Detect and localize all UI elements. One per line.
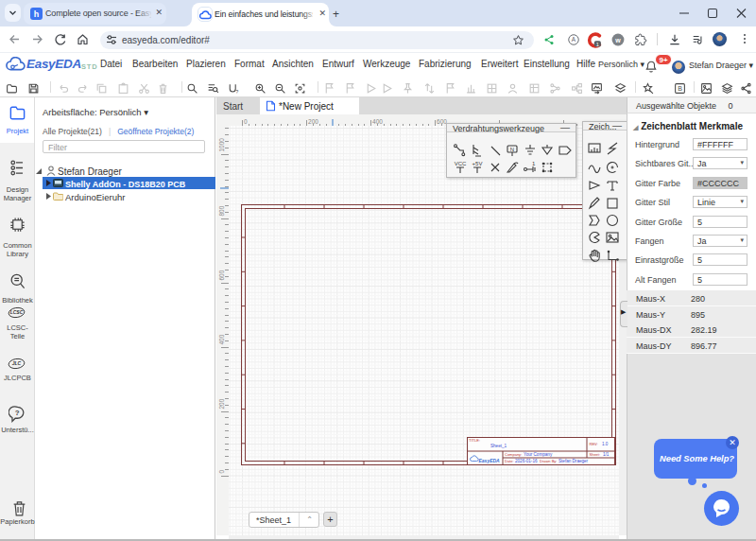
- svg-text:B: B: [678, 85, 682, 92]
- svg-text:h: h: [34, 9, 40, 19]
- svg-text:Date:: Date:: [505, 459, 514, 463]
- svg-text:800: 800: [218, 205, 225, 216]
- svg-text:600: 600: [218, 270, 225, 280]
- svg-text:TITLE:: TITLE:: [469, 438, 480, 443]
- svg-text:JLC: JLC: [12, 360, 22, 366]
- svg-text:Sheet:: Sheet:: [590, 452, 601, 457]
- svg-text:200: 200: [218, 398, 225, 409]
- svg-text:Stefan Draeger: Stefan Draeger: [558, 459, 589, 463]
- svg-text:?: ?: [235, 89, 238, 95]
- svg-text:REV:: REV:: [590, 442, 598, 446]
- svg-text:A: A: [572, 36, 576, 43]
- svg-text:400: 400: [218, 334, 225, 344]
- svg-text:0: 0: [218, 470, 225, 474]
- svg-text:?: ?: [15, 409, 20, 417]
- svg-text:VCC: VCC: [454, 161, 466, 166]
- svg-text:1: 1: [596, 42, 599, 47]
- svg-text:1/1: 1/1: [603, 452, 610, 457]
- svg-text:1000: 1000: [218, 138, 225, 152]
- svg-text:Company:: Company:: [505, 452, 522, 457]
- svg-text:N: N: [510, 147, 514, 152]
- svg-text:400: 400: [372, 118, 383, 125]
- svg-text:1: 1: [532, 161, 536, 166]
- svg-text:2026-01-16: 2026-01-16: [515, 459, 538, 463]
- svg-text:EasyEDA: EasyEDA: [479, 458, 501, 463]
- svg-text:LCSC: LCSC: [10, 309, 24, 315]
- svg-text:1.0: 1.0: [602, 442, 609, 446]
- svg-text:0: 0: [244, 118, 248, 125]
- svg-text:w: w: [614, 37, 621, 44]
- svg-text:+5V: +5V: [472, 161, 483, 166]
- svg-text:Sheet_1: Sheet_1: [490, 444, 507, 448]
- svg-text:Drawn By:: Drawn By:: [540, 459, 557, 463]
- svg-text:Your Company: Your Company: [524, 452, 553, 457]
- svg-text:200: 200: [308, 118, 318, 125]
